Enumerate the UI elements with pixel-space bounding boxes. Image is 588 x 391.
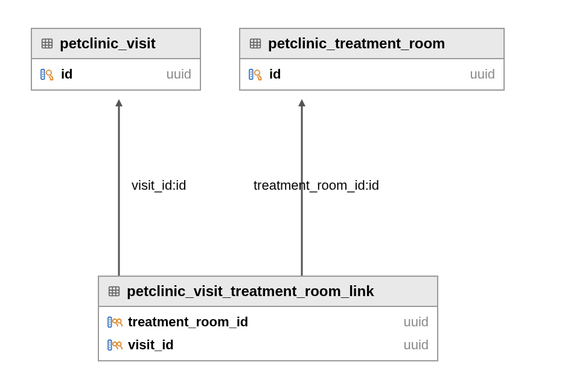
table-icon (40, 37, 54, 50)
svg-point-9 (46, 70, 51, 75)
column-name: id (269, 66, 281, 82)
table-icon (107, 285, 121, 298)
column-name: treatment_room_id (128, 314, 248, 330)
table-column-row[interactable]: id uuid (240, 63, 503, 86)
svg-point-36 (117, 342, 121, 346)
svg-point-19 (255, 70, 260, 75)
column-type: uuid (470, 66, 495, 82)
column-type: uuid (403, 337, 429, 353)
svg-rect-10 (251, 39, 261, 48)
svg-point-27 (109, 322, 110, 323)
svg-point-17 (251, 74, 252, 75)
table-header: petclinic_visit_treatment_room_link (99, 277, 437, 307)
table-columns: id uuid (32, 59, 200, 89)
table-column-row[interactable]: treatment_room_id uuid (99, 311, 437, 334)
foreign-key-column-icon (107, 338, 123, 352)
svg-rect-0 (42, 39, 53, 48)
svg-point-32 (109, 342, 110, 343)
table-header: petclinic_visit (32, 29, 200, 59)
table-icon (249, 37, 262, 50)
svg-point-8 (42, 76, 43, 77)
table-petclinic-treatment-room[interactable]: petclinic_treatment_room id uuid (239, 28, 505, 91)
column-type: uuid (403, 314, 429, 330)
table-column-row[interactable]: visit_id uuid (99, 334, 437, 357)
table-columns: id uuid (240, 59, 503, 89)
svg-point-18 (251, 76, 252, 77)
svg-point-33 (109, 344, 110, 346)
table-column-row[interactable]: id uuid (32, 63, 200, 86)
svg-point-34 (109, 347, 110, 348)
table-title: petclinic_visit_treatment_room_link (127, 283, 374, 300)
table-petclinic-visit[interactable]: petclinic_visit id uuid (31, 28, 201, 91)
table-columns: treatment_room_id uuid visit_id uuid (99, 307, 437, 360)
svg-point-16 (251, 71, 252, 73)
foreign-key-column-icon (107, 315, 123, 329)
primary-key-column-icon (40, 68, 56, 81)
svg-point-35 (113, 342, 117, 346)
svg-point-7 (42, 74, 43, 75)
column-name: id (61, 66, 73, 82)
column-name: visit_id (128, 337, 174, 353)
svg-point-29 (113, 319, 117, 323)
svg-point-26 (109, 319, 110, 320)
svg-point-6 (42, 71, 43, 73)
table-title: petclinic_visit (60, 35, 156, 52)
table-petclinic-visit-treatment-room-link[interactable]: petclinic_visit_treatment_room_link trea… (98, 276, 438, 361)
relation-label-treatment-room: treatment_room_id:id (254, 178, 379, 193)
svg-rect-20 (109, 287, 120, 296)
relation-label-visit: visit_id:id (132, 178, 186, 193)
svg-point-28 (109, 324, 110, 325)
er-diagram-canvas: visit_id:id treatment_room_id:id petclin… (0, 0, 588, 391)
svg-point-30 (117, 319, 121, 323)
table-header: petclinic_treatment_room (240, 29, 503, 59)
column-type: uuid (166, 66, 191, 82)
table-title: petclinic_treatment_room (268, 35, 445, 52)
primary-key-column-icon (249, 68, 264, 81)
